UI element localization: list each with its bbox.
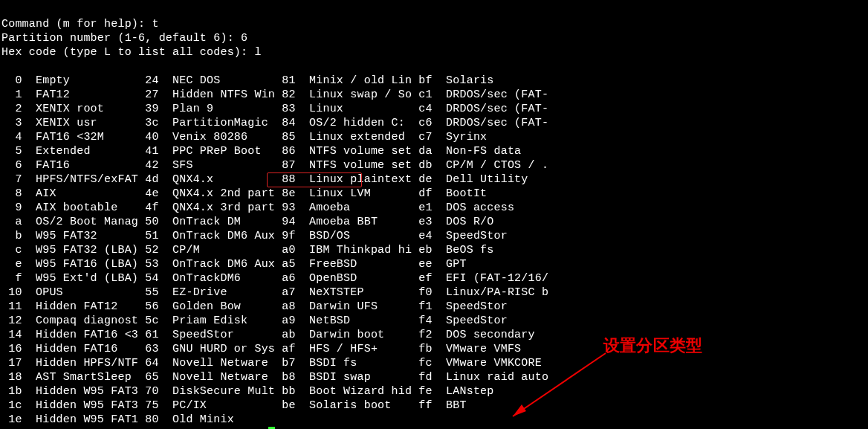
partition-type-table: 0 Empty 24 NEC DOS 81 Minix / old Lin bf… (1, 74, 548, 426)
svg-marker-1 (513, 404, 526, 416)
annotation-text: 设置分区类型 (603, 338, 702, 352)
terminal[interactable]: Command (m for help): t Partition number… (0, 0, 868, 429)
highlight-linux-lvm (267, 172, 362, 187)
header-line-0: Command (m for help): t (1, 18, 159, 30)
header-line-1: Partition number (1-6, default 6): 6 (1, 32, 247, 45)
header-line-2: Hex code (type L to list all codes): l (1, 46, 262, 59)
blank-line (1, 60, 8, 73)
